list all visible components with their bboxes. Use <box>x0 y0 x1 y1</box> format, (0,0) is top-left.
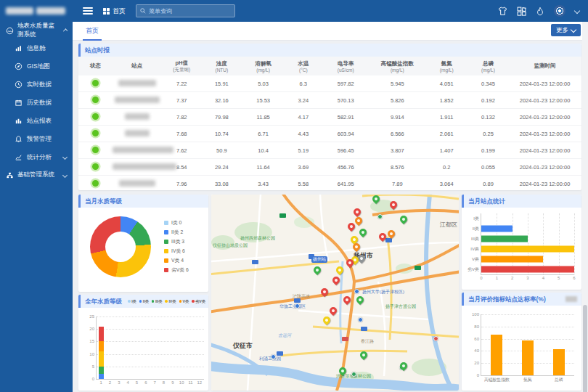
sidebar-section-label: 地表水质量监测系统 <box>17 22 60 39</box>
legend-color-dot <box>164 221 168 225</box>
flame-icon[interactable] <box>536 7 544 16</box>
legend-item: 劣V类 <box>192 297 205 306</box>
layout-grid-icon[interactable] <box>517 7 526 16</box>
sidebar-item-站点报表[interactable]: 站点报表 <box>0 112 73 130</box>
cell-value: 7.37 <box>162 92 202 109</box>
cell-value: 2024-01-23 12:00:00 <box>508 142 581 159</box>
gridline <box>497 213 497 274</box>
cell-value: 15.91 <box>202 75 242 92</box>
stacked-bar-segment <box>99 367 104 374</box>
pin-center-dot <box>380 234 385 239</box>
map-poi-dot[interactable] <box>377 214 383 219</box>
tab-home[interactable]: 首页 <box>83 22 102 41</box>
map-poi-dot[interactable] <box>354 289 359 294</box>
gridline <box>481 327 574 327</box>
map-poi-dot[interactable] <box>295 303 300 309</box>
app-logo <box>0 0 73 22</box>
bar <box>481 236 528 242</box>
sidebar-section-1[interactable]: 基础管理系统 <box>0 166 73 184</box>
legend-label: I类 0 <box>171 219 181 226</box>
sidebar-item-信息舱[interactable]: 信息舱 <box>0 39 73 57</box>
x-tick-label: 9 <box>171 380 173 385</box>
clock-icon <box>15 81 23 89</box>
x-tick-label: 10 <box>179 380 184 385</box>
search-placeholder: 菜单查询 <box>149 7 172 15</box>
map-poi-dot[interactable] <box>433 336 438 341</box>
history-icon <box>15 99 23 107</box>
x-tick-label: 5 <box>558 276 560 280</box>
gridline <box>559 213 560 274</box>
column-header: 氨氮(mg/L) <box>425 57 468 75</box>
cell-value: 6.3 <box>285 75 322 92</box>
sidebar-item-历史数据[interactable]: 历史数据 <box>0 94 73 112</box>
map-poi-dot[interactable] <box>351 372 356 377</box>
legend-label: V类 <box>183 295 189 308</box>
table-row: 8.5429.2411.643.69456.768.5760.20.055202… <box>78 159 581 176</box>
sidebar-item-预警管理[interactable]: 预警管理 <box>0 130 73 148</box>
cell-value: 3.807 <box>369 142 425 159</box>
cell-value: 6.566 <box>369 126 425 142</box>
legend-label: 劣V类 <box>195 295 205 308</box>
topnav-home[interactable]: 首页 <box>103 7 126 16</box>
sidebar-item-统计分析[interactable]: 统计分析 <box>0 148 73 166</box>
pin-center-dot <box>345 298 349 302</box>
y-tick-label: 5 <box>92 364 94 369</box>
cell-value: 4.43 <box>285 126 322 142</box>
gridline <box>528 213 528 274</box>
cell-value: 0.2 <box>425 159 468 176</box>
map-canvas[interactable]: 扬州市仪征市江都区沪陕高速春江路古运河扬州西郊森林公园仪征捺山地质公园润扬湿地森… <box>211 195 459 391</box>
table-row: 7.2215.915.036.3597.825.9454.0510.345202… <box>78 75 581 92</box>
cell-value: 1.911 <box>425 109 468 126</box>
legend-label: III类 3 <box>171 238 184 245</box>
sidebar-item-实时数据[interactable]: 实时数据 <box>0 75 73 94</box>
column-header: 溶解氧(mg/L) <box>242 57 285 75</box>
panel-station-report: 站点时报 状态站点pH值(无量纲)浊度(NTU)溶解氧(mg/L)水温(°C)电… <box>78 44 581 190</box>
cell-value: 32.16 <box>202 92 242 109</box>
more-button[interactable]: 更多 <box>551 24 581 36</box>
gridline <box>543 213 544 274</box>
station-name-redacted <box>125 113 150 120</box>
category-label: 总磷 <box>555 377 563 383</box>
stacked-bar-segment <box>99 351 104 367</box>
cell-value: 2.061 <box>425 126 468 142</box>
legend-label: III类 <box>155 295 163 308</box>
legend-label: V类 4 <box>171 257 184 264</box>
panel-title-station-report: 站点时报 <box>78 44 581 57</box>
donut-hole <box>105 232 136 262</box>
cell-value: 0.192 <box>468 92 508 109</box>
avatar[interactable] <box>554 5 565 17</box>
station-name-redacted <box>118 80 156 86</box>
cell-value: 0.132 <box>468 109 508 126</box>
gridline <box>97 341 204 342</box>
station-name-redacted <box>113 163 176 170</box>
panel-title-annual-quality: 全年水质等级 I类II类III类IV类V类劣V类 <box>78 295 208 308</box>
pin-center-dot <box>322 290 327 294</box>
cell-value: 0.199 <box>468 142 508 159</box>
y-tick-label: 80 <box>474 324 479 329</box>
column-header: 水温(°C) <box>285 57 322 75</box>
cell-value: 5.03 <box>242 75 285 92</box>
chevron-down-icon[interactable] <box>574 8 580 14</box>
compliance-bar-chart: 020406080100高锰酸盐指数氨氮总磷 <box>481 314 574 376</box>
water-system-icon <box>6 27 14 35</box>
sidebar-item-GIS地图[interactable]: GIS地图 <box>0 57 73 75</box>
panel-title-monthly-station-stats: 当月站点统计 <box>462 195 581 208</box>
legend-label: II类 2 <box>171 229 183 236</box>
cell-value: 7.89 <box>369 176 425 191</box>
legend-label: I类 <box>131 295 136 308</box>
x-tick-label: 3 <box>118 380 120 385</box>
hamburger-menu-icon[interactable] <box>83 7 93 15</box>
page-scrollbar-thumb[interactable] <box>583 305 587 392</box>
sidebar-section-0[interactable]: 地表水质量监测系统 <box>0 22 73 39</box>
column-header: 高锰酸盐指数(mg/L) <box>369 57 425 75</box>
map-poi-dot[interactable] <box>358 317 363 322</box>
gridline <box>481 314 574 315</box>
cell-value: 10.74 <box>202 126 242 142</box>
sidebar-item-label: GIS地图 <box>27 62 50 71</box>
station-name-redacted <box>119 180 155 187</box>
page-scrollbar-track[interactable] <box>582 22 588 392</box>
map-poi-dot[interactable] <box>271 354 276 359</box>
search-input[interactable]: 菜单查询 <box>136 4 235 17</box>
skin-icon[interactable] <box>498 7 507 16</box>
legend-item: V类 4 <box>164 256 189 265</box>
